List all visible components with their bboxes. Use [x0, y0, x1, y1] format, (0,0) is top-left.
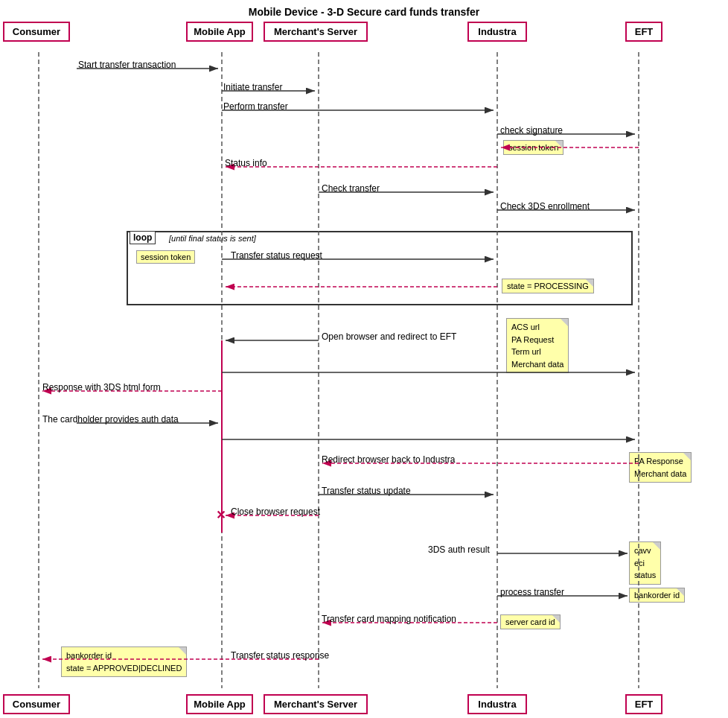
note-acs: ACS urlPA RequestTerm urlMerchant data — [506, 318, 569, 373]
msg-response-3ds: Response with 3DS html form — [42, 382, 161, 393]
msg-initiate-transfer: Initiate transfer — [223, 82, 282, 92]
actor-merchant-top: Merchant's Server — [264, 22, 368, 42]
msg-start-transfer: Start transfer transaction — [78, 60, 176, 70]
loop-condition: [until final status is sent] — [169, 234, 256, 243]
actor-mobileapp-top: Mobile App — [186, 22, 253, 42]
actor-eft-bottom: EFT — [625, 694, 662, 714]
note-bankorder-id: bankorder id — [629, 588, 685, 603]
note-bankorder-declined: bankorder idstate = APPROVED|DECLINED — [61, 646, 187, 677]
msg-check-signature: check signature — [500, 125, 563, 136]
actor-consumer-top: Consumer — [3, 22, 70, 42]
session-token-inline: session token — [136, 250, 195, 264]
loop-label: loop — [130, 231, 156, 244]
msg-check-transfer: Check transfer — [322, 183, 380, 194]
msg-close-browser: Close browser request — [231, 506, 320, 517]
msg-redirect-back: Redirect browser back to Industra — [322, 454, 455, 465]
msg-status-info: Status info — [225, 158, 267, 168]
actor-eft-top: EFT — [625, 22, 662, 42]
msg-transfer-status-req: Transfer status request — [231, 250, 322, 261]
msg-3ds-auth-result: 3DS auth result — [428, 544, 490, 555]
loop-box: loop [until final status is sent] — [127, 231, 633, 305]
msg-cardholder-auth: The cardholder provides auth data — [42, 414, 179, 425]
msg-transfer-status-response: Transfer status response — [231, 650, 329, 661]
actor-industra-top: Industra — [467, 22, 527, 42]
actor-merchant-bottom: Merchant's Server — [264, 694, 368, 714]
actor-consumer-bottom: Consumer — [3, 694, 70, 714]
note-pa-response: PA ResponseMerchant data — [629, 452, 692, 483]
msg-card-mapping: Transfer card mapping notification — [322, 614, 456, 624]
note-server-card-id: server card id — [500, 614, 561, 629]
msg-perform-transfer: Perform transfer — [223, 101, 288, 112]
note-state-processing: state = PROCESSING — [502, 279, 594, 293]
diagram: Mobile Device - 3-D Secure card funds tr… — [0, 0, 728, 718]
x-marker: ✕ — [216, 508, 226, 522]
sequence-arrows — [0, 0, 728, 718]
note-cavv: cavvecistatus — [629, 541, 661, 585]
note-session-token: session token — [503, 140, 563, 155]
diagram-title: Mobile Device - 3-D Secure card funds tr… — [0, 6, 728, 18]
msg-check-3ds: Check 3DS enrollment — [500, 201, 590, 212]
actor-mobileapp-bottom: Mobile App — [186, 694, 253, 714]
msg-open-browser: Open browser and redirect to EFT — [322, 331, 456, 342]
msg-process-transfer: process transfer — [500, 587, 564, 597]
msg-transfer-status-update: Transfer status update — [322, 486, 411, 496]
actor-industra-bottom: Industra — [467, 694, 527, 714]
